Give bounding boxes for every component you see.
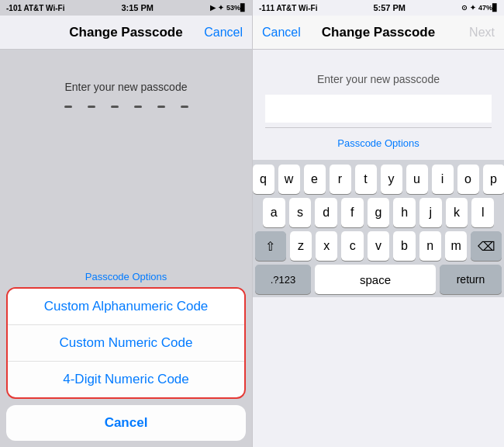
key-l[interactable]: l (471, 198, 494, 227)
passcode-dots-row (64, 106, 188, 108)
divider (265, 127, 492, 128)
key-g[interactable]: g (368, 198, 390, 227)
keyboard-row-1: q w e r t y u i o p (255, 165, 502, 194)
passcode-dot-4 (134, 106, 142, 108)
space-key[interactable]: space (315, 265, 436, 294)
bluetooth-icon: ✦ (218, 4, 224, 12)
key-b[interactable]: b (393, 231, 415, 261)
right-prompt-text: Enter your new passcode (317, 73, 440, 85)
key-i[interactable]: i (432, 165, 454, 194)
right-next-button[interactable]: Next (469, 26, 495, 40)
passcode-dot-1 (64, 106, 72, 108)
battery-icon: 53%▊ (226, 4, 246, 12)
key-w[interactable]: w (278, 165, 300, 194)
shift-key[interactable]: ⇧ (255, 231, 286, 261)
key-j[interactable]: j (419, 198, 442, 227)
right-carrier: -111 AT&T Wi-Fi (259, 4, 317, 12)
key-k[interactable]: k (446, 198, 468, 227)
left-iphone-screen: -101 AT&T Wi-Fi 3:15 PM ▶ ✦ 53%▊ Change … (0, 0, 252, 447)
key-f[interactable]: f (341, 198, 364, 227)
backspace-key[interactable]: ⌫ (471, 231, 502, 261)
action-sheet: Passcode Options Custom Alphanumeric Cod… (0, 271, 252, 447)
action-4digit-numeric[interactable]: 4-Digit Numeric Code (8, 362, 244, 397)
key-z[interactable]: z (290, 231, 312, 261)
numbers-key[interactable]: .?123 (255, 265, 311, 294)
passcode-dot-6 (181, 106, 188, 108)
right-content: Enter your new passcode Passcode Options (253, 50, 504, 160)
passcode-text-input[interactable] (265, 95, 492, 123)
key-o[interactable]: o (457, 165, 479, 194)
left-nav-bar: Change Passcode Cancel (0, 16, 252, 50)
right-cancel-button[interactable]: Cancel (262, 26, 301, 40)
key-y[interactable]: y (381, 165, 402, 194)
right-iphone-screen: -111 AT&T Wi-Fi 5:57 PM ⊙ ✦ 47%▊ Cancel … (252, 0, 504, 447)
left-cancel-button[interactable]: Cancel (204, 26, 243, 40)
key-h[interactable]: h (393, 198, 416, 227)
right-status-bar: -111 AT&T Wi-Fi 5:57 PM ⊙ ✦ 47%▊ (253, 0, 504, 16)
right-passcode-options-label[interactable]: Passcode Options (337, 137, 419, 149)
right-bt-icon: ✦ (470, 4, 476, 12)
left-time: 3:15 PM (121, 3, 154, 12)
left-carrier: -101 AT&T Wi-Fi (6, 4, 64, 12)
key-e[interactable]: e (304, 165, 326, 194)
key-r[interactable]: r (330, 165, 351, 194)
right-nav-title: Change Passcode (322, 25, 435, 40)
right-status-icons: ⊙ ✦ 47%▊ (461, 4, 498, 12)
left-prompt-text: Enter your new passcode (65, 81, 188, 93)
keyboard-row-2: a s d f g h j k l (255, 198, 502, 227)
passcode-dot-2 (88, 106, 95, 108)
action-sheet-cancel-button[interactable]: Cancel (6, 405, 246, 441)
right-wifi-icon: ⊙ (461, 4, 468, 12)
action-custom-numeric[interactable]: Custom Numeric Code (8, 325, 244, 362)
keyboard: q w e r t y u i o p a s d f g h j k l ⇧ … (253, 160, 504, 297)
action-sheet-group: Custom Alphanumeric Code Custom Numeric … (6, 287, 246, 399)
key-d[interactable]: d (315, 198, 337, 227)
wifi-icon: ▶ (210, 4, 216, 12)
action-custom-alphanumeric[interactable]: Custom Alphanumeric Code (8, 289, 244, 325)
passcode-dot-5 (157, 106, 165, 108)
left-status-icons: ▶ ✦ 53%▊ (210, 4, 246, 12)
passcode-dot-3 (111, 106, 119, 108)
key-x[interactable]: x (316, 231, 337, 261)
key-v[interactable]: v (368, 231, 389, 261)
passcode-options-label: Passcode Options (6, 271, 246, 282)
key-s[interactable]: s (289, 198, 312, 227)
right-battery-icon: 47%▊ (478, 4, 498, 12)
key-t[interactable]: t (355, 165, 377, 194)
right-time: 5:57 PM (373, 3, 406, 12)
keyboard-bottom-row: .?123 space return (255, 265, 502, 294)
left-status-bar: -101 AT&T Wi-Fi 3:15 PM ▶ ✦ 53%▊ (0, 0, 252, 16)
key-m[interactable]: m (445, 231, 467, 261)
key-p[interactable]: p (483, 165, 505, 194)
keyboard-row-3: ⇧ z x c v b n m ⌫ (255, 231, 502, 261)
key-n[interactable]: n (419, 231, 441, 261)
key-u[interactable]: u (406, 165, 428, 194)
return-key[interactable]: return (440, 265, 502, 294)
right-nav-bar: Cancel Change Passcode Next (253, 16, 504, 50)
key-a[interactable]: a (263, 198, 285, 227)
key-c[interactable]: c (341, 231, 363, 261)
left-nav-title: Change Passcode (69, 25, 182, 40)
key-q[interactable]: q (253, 165, 274, 194)
